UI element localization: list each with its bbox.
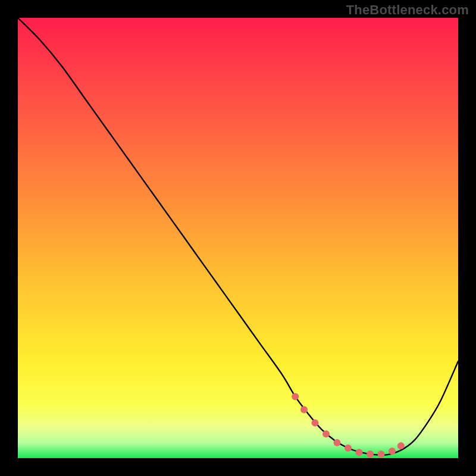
optimal-range-dot [322, 430, 330, 437]
optimal-range-dot [397, 442, 405, 449]
optimal-range-dot [356, 449, 363, 456]
bottleneck-chart [18, 18, 458, 458]
optimal-range-dot [300, 406, 308, 414]
chart-frame: TheBottleneck.com [0, 0, 476, 476]
optimal-range-dot [292, 393, 299, 400]
optimal-range-dot [378, 450, 385, 458]
optimal-range-dot [334, 439, 341, 446]
optimal-range-dot [312, 419, 319, 427]
plot-area [18, 18, 458, 458]
optimal-range-dot [345, 444, 352, 452]
optimal-range-dot [367, 450, 374, 458]
gradient-background [18, 18, 458, 458]
optimal-range-dot [389, 447, 396, 455]
watermark-text: TheBottleneck.com [346, 2, 469, 18]
